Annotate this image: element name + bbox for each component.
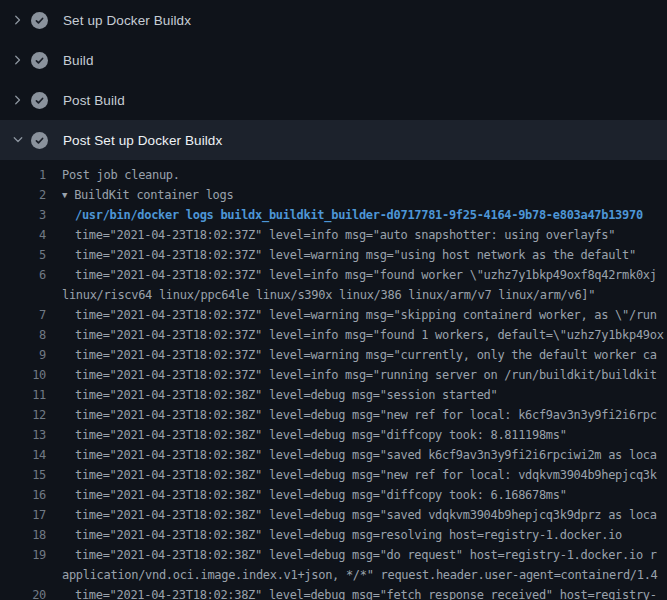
check-circle-icon xyxy=(31,132,48,149)
line-number[interactable]: 6 xyxy=(0,265,46,285)
group-collapse-icon[interactable]: ▼ xyxy=(62,185,67,205)
line-number[interactable]: 1 xyxy=(0,165,46,185)
log-text: time="2021-04-23T18:02:37Z" level=warnin… xyxy=(46,345,657,365)
log-text: time="2021-04-23T18:02:37Z" level=warnin… xyxy=(46,245,636,265)
step-label: Build xyxy=(63,53,94,68)
log-text: time="2021-04-23T18:02:38Z" level=debug … xyxy=(46,445,657,465)
log-line: 17 time="2021-04-23T18:02:38Z" level=deb… xyxy=(0,505,667,525)
line-number[interactable]: 15 xyxy=(0,465,46,485)
log-text: application/vnd.oci.image.index.v1+json,… xyxy=(46,565,658,585)
step-header[interactable]: Post Set up Docker Buildx xyxy=(0,120,667,160)
log-text: time="2021-04-23T18:02:38Z" level=debug … xyxy=(46,485,567,505)
log-text: time="2021-04-23T18:02:38Z" level=debug … xyxy=(46,585,657,600)
log-text: time="2021-04-23T18:02:38Z" level=debug … xyxy=(46,465,657,485)
line-number[interactable]: 18 xyxy=(0,525,46,545)
log-text: time="2021-04-23T18:02:38Z" level=debug … xyxy=(46,525,622,545)
log-text: time="2021-04-23T18:02:38Z" level=debug … xyxy=(46,545,657,565)
log-line: 20 time="2021-04-23T18:02:38Z" level=deb… xyxy=(0,585,667,600)
line-number[interactable]: 20 xyxy=(0,585,46,600)
line-number[interactable]: 16 xyxy=(0,485,46,505)
line-number[interactable]: 13 xyxy=(0,425,46,445)
chevron-right-icon[interactable] xyxy=(11,93,25,107)
command-text: /usr/bin/docker logs buildx_buildkit_bui… xyxy=(46,205,643,225)
log-text: Post job cleanup. xyxy=(46,165,180,185)
log-line: 9 time="2021-04-23T18:02:37Z" level=warn… xyxy=(0,345,667,365)
log-line: 10 time="2021-04-23T18:02:37Z" level=inf… xyxy=(0,365,667,385)
log-text: time="2021-04-23T18:02:37Z" level=info m… xyxy=(46,365,657,385)
log-text: time="2021-04-23T18:02:38Z" level=debug … xyxy=(46,425,567,445)
log-text: time="2021-04-23T18:02:37Z" level=info m… xyxy=(46,325,664,345)
log-line: 11 time="2021-04-23T18:02:38Z" level=deb… xyxy=(0,385,667,405)
log-line: 8 time="2021-04-23T18:02:37Z" level=info… xyxy=(0,325,667,345)
log-pane: 1 Post job cleanup. 2 ▼BuildKit containe… xyxy=(0,160,667,600)
line-number[interactable]: 7 xyxy=(0,305,46,325)
log-line: linux/riscv64 linux/ppc64le linux/s390x … xyxy=(0,285,667,305)
line-number[interactable]: 12 xyxy=(0,405,46,425)
log-line: 6 time="2021-04-23T18:02:37Z" level=info… xyxy=(0,265,667,285)
log-line: 14 time="2021-04-23T18:02:38Z" level=deb… xyxy=(0,445,667,465)
line-number[interactable]: 19 xyxy=(0,545,46,565)
log-line: 7 time="2021-04-23T18:02:37Z" level=warn… xyxy=(0,305,667,325)
line-number[interactable]: 11 xyxy=(0,385,46,405)
check-circle-icon xyxy=(31,92,48,109)
steps-list: Set up Docker Buildx Build Post Build Po… xyxy=(0,0,667,160)
line-number[interactable]: 2 xyxy=(0,185,46,205)
line-number[interactable]: 3 xyxy=(0,205,46,225)
log-line: 13 time="2021-04-23T18:02:38Z" level=deb… xyxy=(0,425,667,445)
log-line: 4 time="2021-04-23T18:02:37Z" level=info… xyxy=(0,225,667,245)
log-text: linux/riscv64 linux/ppc64le linux/s390x … xyxy=(46,285,595,305)
log-text: time="2021-04-23T18:02:38Z" level=debug … xyxy=(46,505,657,525)
line-number[interactable]: 9 xyxy=(0,345,46,365)
step-header[interactable]: Set up Docker Buildx xyxy=(0,0,667,40)
check-circle-icon xyxy=(31,12,48,29)
check-circle-icon xyxy=(31,52,48,69)
log-line: 19 time="2021-04-23T18:02:38Z" level=deb… xyxy=(0,545,667,565)
log-text: time="2021-04-23T18:02:37Z" level=info m… xyxy=(46,225,615,245)
step-header[interactable]: Build xyxy=(0,40,667,80)
line-number[interactable] xyxy=(0,285,46,305)
line-number[interactable]: 14 xyxy=(0,445,46,465)
log-line: application/vnd.oci.image.index.v1+json,… xyxy=(0,565,667,585)
chevron-down-icon[interactable] xyxy=(11,133,25,147)
log-line: 5 time="2021-04-23T18:02:37Z" level=warn… xyxy=(0,245,667,265)
step-label: Post Set up Docker Buildx xyxy=(63,133,222,148)
line-number[interactable]: 17 xyxy=(0,505,46,525)
step-header[interactable]: Post Build xyxy=(0,80,667,120)
line-number[interactable]: 10 xyxy=(0,365,46,385)
log-line: 2 ▼BuildKit container logs xyxy=(0,185,667,205)
log-text: time="2021-04-23T18:02:37Z" level=info m… xyxy=(46,265,657,285)
line-number[interactable]: 5 xyxy=(0,245,46,265)
line-number[interactable]: 8 xyxy=(0,325,46,345)
step-label: Post Build xyxy=(63,93,125,108)
log-group-toggle[interactable]: ▼BuildKit container logs xyxy=(46,185,233,205)
line-number[interactable] xyxy=(0,565,46,585)
line-number[interactable]: 4 xyxy=(0,225,46,245)
log-text: time="2021-04-23T18:02:38Z" level=debug … xyxy=(46,385,497,405)
step-label: Set up Docker Buildx xyxy=(63,13,191,28)
chevron-right-icon[interactable] xyxy=(11,13,25,27)
log-text: time="2021-04-23T18:02:37Z" level=warnin… xyxy=(46,305,657,325)
chevron-right-icon[interactable] xyxy=(11,53,25,67)
log-line: 16 time="2021-04-23T18:02:38Z" level=deb… xyxy=(0,485,667,505)
log-text: time="2021-04-23T18:02:38Z" level=debug … xyxy=(46,405,657,425)
log-line: 1 Post job cleanup. xyxy=(0,165,667,185)
log-line: 3 /usr/bin/docker logs buildx_buildkit_b… xyxy=(0,205,667,225)
log-line: 15 time="2021-04-23T18:02:38Z" level=deb… xyxy=(0,465,667,485)
log-line: 12 time="2021-04-23T18:02:38Z" level=deb… xyxy=(0,405,667,425)
log-line: 18 time="2021-04-23T18:02:38Z" level=deb… xyxy=(0,525,667,545)
log-lines: 1 Post job cleanup. 2 ▼BuildKit containe… xyxy=(0,165,667,600)
